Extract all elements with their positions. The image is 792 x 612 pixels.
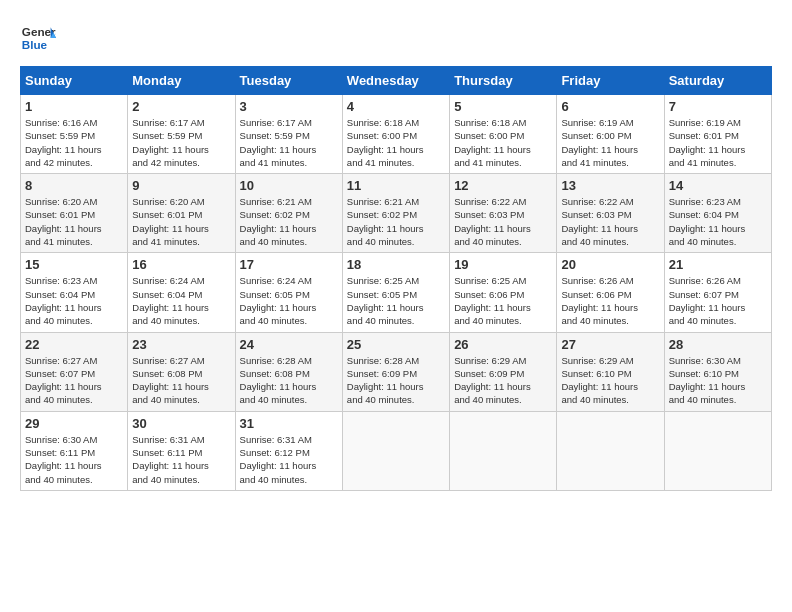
calendar-cell: 16Sunrise: 6:24 AM Sunset: 6:04 PM Dayli… <box>128 253 235 332</box>
logo: General Blue <box>20 20 56 56</box>
day-number: 10 <box>240 178 338 193</box>
day-number: 23 <box>132 337 230 352</box>
calendar-cell: 3Sunrise: 6:17 AM Sunset: 5:59 PM Daylig… <box>235 95 342 174</box>
calendar-cell: 23Sunrise: 6:27 AM Sunset: 6:08 PM Dayli… <box>128 332 235 411</box>
day-info: Sunrise: 6:20 AM Sunset: 6:01 PM Dayligh… <box>132 195 230 248</box>
day-info: Sunrise: 6:30 AM Sunset: 6:10 PM Dayligh… <box>669 354 767 407</box>
day-number: 29 <box>25 416 123 431</box>
day-info: Sunrise: 6:20 AM Sunset: 6:01 PM Dayligh… <box>25 195 123 248</box>
weekday-tuesday: Tuesday <box>235 67 342 95</box>
day-info: Sunrise: 6:28 AM Sunset: 6:08 PM Dayligh… <box>240 354 338 407</box>
week-row-1: 1Sunrise: 6:16 AM Sunset: 5:59 PM Daylig… <box>21 95 772 174</box>
day-number: 6 <box>561 99 659 114</box>
calendar-cell: 2Sunrise: 6:17 AM Sunset: 5:59 PM Daylig… <box>128 95 235 174</box>
calendar-cell: 6Sunrise: 6:19 AM Sunset: 6:00 PM Daylig… <box>557 95 664 174</box>
week-row-2: 8Sunrise: 6:20 AM Sunset: 6:01 PM Daylig… <box>21 174 772 253</box>
day-number: 21 <box>669 257 767 272</box>
calendar-cell: 20Sunrise: 6:26 AM Sunset: 6:06 PM Dayli… <box>557 253 664 332</box>
calendar-cell: 1Sunrise: 6:16 AM Sunset: 5:59 PM Daylig… <box>21 95 128 174</box>
weekday-monday: Monday <box>128 67 235 95</box>
day-number: 25 <box>347 337 445 352</box>
day-info: Sunrise: 6:27 AM Sunset: 6:08 PM Dayligh… <box>132 354 230 407</box>
day-info: Sunrise: 6:22 AM Sunset: 6:03 PM Dayligh… <box>561 195 659 248</box>
week-row-5: 29Sunrise: 6:30 AM Sunset: 6:11 PM Dayli… <box>21 411 772 490</box>
calendar-cell: 22Sunrise: 6:27 AM Sunset: 6:07 PM Dayli… <box>21 332 128 411</box>
logo-icon: General Blue <box>20 20 56 56</box>
day-info: Sunrise: 6:26 AM Sunset: 6:06 PM Dayligh… <box>561 274 659 327</box>
calendar-cell: 29Sunrise: 6:30 AM Sunset: 6:11 PM Dayli… <box>21 411 128 490</box>
calendar-cell: 18Sunrise: 6:25 AM Sunset: 6:05 PM Dayli… <box>342 253 449 332</box>
day-number: 14 <box>669 178 767 193</box>
calendar-cell: 5Sunrise: 6:18 AM Sunset: 6:00 PM Daylig… <box>450 95 557 174</box>
day-number: 11 <box>347 178 445 193</box>
day-number: 7 <box>669 99 767 114</box>
calendar-cell: 27Sunrise: 6:29 AM Sunset: 6:10 PM Dayli… <box>557 332 664 411</box>
day-info: Sunrise: 6:30 AM Sunset: 6:11 PM Dayligh… <box>25 433 123 486</box>
day-info: Sunrise: 6:16 AM Sunset: 5:59 PM Dayligh… <box>25 116 123 169</box>
day-number: 24 <box>240 337 338 352</box>
day-number: 5 <box>454 99 552 114</box>
calendar-cell: 10Sunrise: 6:21 AM Sunset: 6:02 PM Dayli… <box>235 174 342 253</box>
day-number: 26 <box>454 337 552 352</box>
svg-text:Blue: Blue <box>22 38 48 51</box>
day-number: 15 <box>25 257 123 272</box>
weekday-sunday: Sunday <box>21 67 128 95</box>
day-number: 20 <box>561 257 659 272</box>
day-info: Sunrise: 6:24 AM Sunset: 6:05 PM Dayligh… <box>240 274 338 327</box>
calendar-cell: 17Sunrise: 6:24 AM Sunset: 6:05 PM Dayli… <box>235 253 342 332</box>
day-info: Sunrise: 6:17 AM Sunset: 5:59 PM Dayligh… <box>240 116 338 169</box>
day-number: 4 <box>347 99 445 114</box>
day-info: Sunrise: 6:23 AM Sunset: 6:04 PM Dayligh… <box>25 274 123 327</box>
calendar-cell: 31Sunrise: 6:31 AM Sunset: 6:12 PM Dayli… <box>235 411 342 490</box>
weekday-thursday: Thursday <box>450 67 557 95</box>
calendar-cell: 15Sunrise: 6:23 AM Sunset: 6:04 PM Dayli… <box>21 253 128 332</box>
weekday-wednesday: Wednesday <box>342 67 449 95</box>
calendar-cell: 21Sunrise: 6:26 AM Sunset: 6:07 PM Dayli… <box>664 253 771 332</box>
calendar-body: 1Sunrise: 6:16 AM Sunset: 5:59 PM Daylig… <box>21 95 772 491</box>
calendar-cell: 26Sunrise: 6:29 AM Sunset: 6:09 PM Dayli… <box>450 332 557 411</box>
calendar-cell: 7Sunrise: 6:19 AM Sunset: 6:01 PM Daylig… <box>664 95 771 174</box>
day-info: Sunrise: 6:22 AM Sunset: 6:03 PM Dayligh… <box>454 195 552 248</box>
day-info: Sunrise: 6:31 AM Sunset: 6:11 PM Dayligh… <box>132 433 230 486</box>
calendar-cell: 30Sunrise: 6:31 AM Sunset: 6:11 PM Dayli… <box>128 411 235 490</box>
day-info: Sunrise: 6:26 AM Sunset: 6:07 PM Dayligh… <box>669 274 767 327</box>
day-number: 17 <box>240 257 338 272</box>
day-number: 27 <box>561 337 659 352</box>
calendar-cell: 19Sunrise: 6:25 AM Sunset: 6:06 PM Dayli… <box>450 253 557 332</box>
day-info: Sunrise: 6:18 AM Sunset: 6:00 PM Dayligh… <box>454 116 552 169</box>
day-info: Sunrise: 6:29 AM Sunset: 6:10 PM Dayligh… <box>561 354 659 407</box>
calendar-cell: 14Sunrise: 6:23 AM Sunset: 6:04 PM Dayli… <box>664 174 771 253</box>
calendar-cell: 9Sunrise: 6:20 AM Sunset: 6:01 PM Daylig… <box>128 174 235 253</box>
calendar-cell: 8Sunrise: 6:20 AM Sunset: 6:01 PM Daylig… <box>21 174 128 253</box>
day-info: Sunrise: 6:19 AM Sunset: 6:01 PM Dayligh… <box>669 116 767 169</box>
calendar-cell: 24Sunrise: 6:28 AM Sunset: 6:08 PM Dayli… <box>235 332 342 411</box>
day-number: 8 <box>25 178 123 193</box>
weekday-friday: Friday <box>557 67 664 95</box>
page-header: General Blue <box>20 20 772 56</box>
weekday-saturday: Saturday <box>664 67 771 95</box>
calendar-cell <box>557 411 664 490</box>
day-number: 9 <box>132 178 230 193</box>
day-number: 3 <box>240 99 338 114</box>
day-number: 30 <box>132 416 230 431</box>
weekday-header-row: SundayMondayTuesdayWednesdayThursdayFrid… <box>21 67 772 95</box>
calendar-table: SundayMondayTuesdayWednesdayThursdayFrid… <box>20 66 772 491</box>
calendar-cell: 11Sunrise: 6:21 AM Sunset: 6:02 PM Dayli… <box>342 174 449 253</box>
calendar-cell: 25Sunrise: 6:28 AM Sunset: 6:09 PM Dayli… <box>342 332 449 411</box>
day-number: 31 <box>240 416 338 431</box>
day-number: 18 <box>347 257 445 272</box>
day-number: 16 <box>132 257 230 272</box>
day-info: Sunrise: 6:28 AM Sunset: 6:09 PM Dayligh… <box>347 354 445 407</box>
calendar-cell: 13Sunrise: 6:22 AM Sunset: 6:03 PM Dayli… <box>557 174 664 253</box>
week-row-3: 15Sunrise: 6:23 AM Sunset: 6:04 PM Dayli… <box>21 253 772 332</box>
day-number: 12 <box>454 178 552 193</box>
day-info: Sunrise: 6:23 AM Sunset: 6:04 PM Dayligh… <box>669 195 767 248</box>
day-info: Sunrise: 6:29 AM Sunset: 6:09 PM Dayligh… <box>454 354 552 407</box>
calendar-cell: 12Sunrise: 6:22 AM Sunset: 6:03 PM Dayli… <box>450 174 557 253</box>
day-number: 28 <box>669 337 767 352</box>
calendar-cell: 28Sunrise: 6:30 AM Sunset: 6:10 PM Dayli… <box>664 332 771 411</box>
day-info: Sunrise: 6:21 AM Sunset: 6:02 PM Dayligh… <box>347 195 445 248</box>
day-info: Sunrise: 6:25 AM Sunset: 6:05 PM Dayligh… <box>347 274 445 327</box>
week-row-4: 22Sunrise: 6:27 AM Sunset: 6:07 PM Dayli… <box>21 332 772 411</box>
day-info: Sunrise: 6:25 AM Sunset: 6:06 PM Dayligh… <box>454 274 552 327</box>
